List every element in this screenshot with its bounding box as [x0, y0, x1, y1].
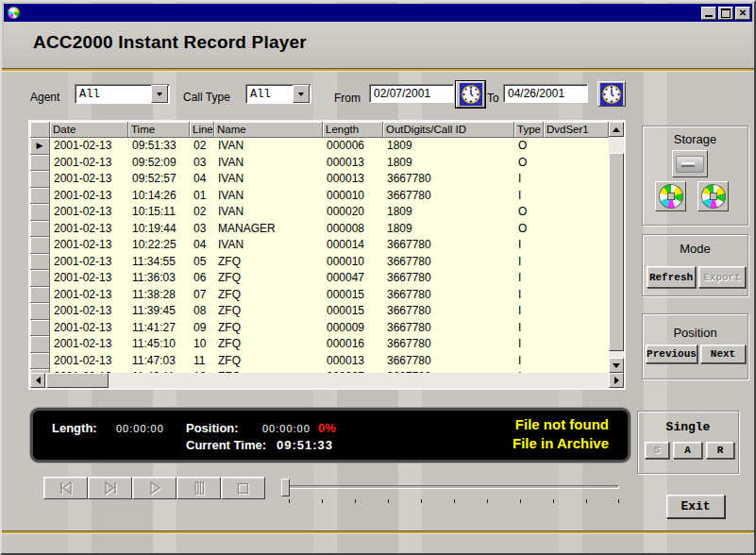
table-cell[interactable]: ZFQ — [214, 270, 323, 287]
maximize-button[interactable] — [718, 7, 733, 20]
row-selector-cell[interactable] — [30, 237, 50, 254]
cd-archive-button-1[interactable] — [655, 181, 686, 211]
table-cell[interactable]: 3667780 — [383, 320, 514, 337]
chevron-down-icon[interactable] — [151, 85, 168, 103]
table-cell[interactable]: 2001-02-13 — [50, 303, 128, 320]
table-cell[interactable]: O — [514, 155, 544, 172]
column-header-date[interactable]: Date — [50, 122, 128, 138]
column-header-type[interactable]: Type — [514, 122, 544, 138]
vertical-scrollbar[interactable] — [609, 122, 624, 373]
table-cell[interactable]: 3667780 — [383, 353, 514, 370]
row-selector-cell[interactable] — [30, 155, 50, 172]
table-cell[interactable]: 09:52:57 — [128, 171, 190, 188]
table-cell[interactable] — [544, 287, 609, 304]
table-cell[interactable]: 2001-02-13 — [50, 155, 128, 172]
close-button[interactable]: ✕ — [735, 7, 750, 20]
table-cell[interactable]: 000014 — [323, 237, 383, 254]
chevron-down-icon[interactable] — [293, 85, 310, 103]
table-cell[interactable]: 09:51:33 — [128, 138, 190, 155]
table-cell[interactable]: 2001-02-13 — [50, 221, 128, 238]
table-cell[interactable]: 000013 — [323, 171, 383, 188]
table-cell[interactable]: I — [514, 353, 544, 370]
table-cell[interactable]: O — [514, 138, 544, 155]
column-header-length[interactable]: Length — [323, 122, 383, 138]
table-cell[interactable]: 11 — [190, 353, 214, 370]
table-cell[interactable]: 07 — [190, 287, 214, 304]
table-cell[interactable]: 11:36:03 — [128, 270, 190, 287]
column-header-time[interactable]: Time — [128, 122, 190, 138]
table-cell[interactable]: 3667780 — [383, 336, 514, 353]
table-row[interactable]: 2001-02-1311:47:0311ZFQ0000133667780I — [30, 353, 609, 370]
table-cell[interactable]: 11:47:03 — [128, 353, 190, 370]
row-selector-cell[interactable] — [30, 254, 50, 271]
table-cell[interactable] — [544, 204, 609, 221]
scroll-right-button[interactable] — [609, 373, 624, 388]
call-type-select[interactable]: All — [245, 84, 311, 104]
table-cell[interactable]: O — [514, 221, 544, 238]
refresh-button[interactable]: Refresh — [647, 266, 696, 288]
table-cell[interactable]: 02 — [190, 204, 214, 221]
table-cell[interactable]: 08 — [190, 303, 214, 320]
minimize-button[interactable] — [701, 7, 716, 20]
table-cell[interactable]: I — [514, 188, 544, 205]
table-cell[interactable]: 2001-02-13 — [50, 171, 128, 188]
table-cell[interactable]: 06 — [190, 270, 214, 287]
cd-archive-button-2[interactable] — [697, 181, 729, 211]
table-cell[interactable]: I — [514, 237, 544, 254]
table-row[interactable]: 2001-02-1311:34:5505ZFQ0000103667780I — [30, 254, 609, 271]
table-cell[interactable]: ZFQ — [214, 287, 323, 304]
table-cell[interactable]: 000015 — [323, 303, 383, 320]
table-cell[interactable]: 09:52:09 — [128, 155, 190, 172]
table-cell[interactable]: ZFQ — [214, 336, 323, 353]
row-selector-cell[interactable] — [30, 188, 50, 205]
scroll-left-button[interactable] — [30, 373, 45, 388]
table-cell[interactable]: I — [514, 303, 544, 320]
table-cell[interactable]: 000047 — [323, 270, 383, 287]
from-date-input[interactable] — [369, 84, 454, 103]
row-selector-cell[interactable] — [30, 204, 50, 221]
table-cell[interactable]: 2001-02-13 — [50, 353, 128, 370]
table-cell[interactable]: 000016 — [323, 336, 383, 353]
table-cell[interactable] — [544, 237, 609, 254]
table-cell[interactable] — [544, 138, 609, 155]
titlebar[interactable]: ✕ — [4, 4, 752, 22]
table-cell[interactable]: 11:45:10 — [128, 336, 190, 353]
table-row[interactable]: 2001-02-1309:52:5704IVAN0000133667780I — [30, 171, 609, 188]
previous-button[interactable]: Previous — [646, 345, 697, 363]
table-cell[interactable]: 000013 — [323, 353, 383, 370]
table-row[interactable]: 2001-02-1310:19:4403MANAGER0000081809O — [30, 221, 609, 238]
column-header-dvdser1[interactable]: DvdSer1 — [544, 122, 609, 138]
table-cell[interactable]: 03 — [190, 221, 214, 238]
table-row[interactable]: 2001-02-1311:36:0306ZFQ0000473667780I — [30, 270, 609, 287]
table-cell[interactable]: 000006 — [323, 138, 383, 155]
single-a-button[interactable]: A — [673, 442, 702, 459]
table-cell[interactable]: ZFQ — [214, 254, 323, 271]
column-header-line[interactable]: Line — [190, 122, 214, 138]
table-cell[interactable] — [544, 254, 609, 271]
table-cell[interactable]: 10:14:26 — [128, 188, 190, 205]
table-cell[interactable]: O — [514, 204, 544, 221]
table-cell[interactable]: I — [514, 287, 544, 304]
table-cell[interactable]: MANAGER — [214, 221, 323, 238]
row-selector-cell[interactable] — [30, 336, 50, 353]
table-cell[interactable]: 3667780 — [383, 303, 514, 320]
seek-slider[interactable] — [281, 479, 621, 505]
table-cell[interactable]: 000015 — [323, 287, 383, 304]
table-cell[interactable]: 000013 — [323, 155, 383, 172]
table-cell[interactable]: I — [514, 336, 544, 353]
play-button[interactable] — [132, 477, 176, 499]
table-cell[interactable]: IVAN — [214, 237, 323, 254]
table-cell[interactable]: 1809 — [383, 221, 514, 238]
skip-to-end-button[interactable] — [88, 477, 132, 499]
export-button[interactable]: Export — [698, 266, 746, 288]
table-cell[interactable]: IVAN — [214, 155, 323, 172]
table-cell[interactable]: 2001-02-13 — [50, 237, 128, 254]
row-selector-cell[interactable] — [30, 320, 50, 337]
horizontal-scrollbar[interactable] — [30, 373, 624, 388]
table-cell[interactable]: 1809 — [383, 204, 514, 221]
table-row[interactable]: 2001-02-1311:38:2807ZFQ0000153667780I — [30, 287, 609, 304]
table-cell[interactable]: 02 — [190, 138, 214, 155]
table-row[interactable]: ▶2001-02-1309:51:3302IVAN0000061809O — [30, 138, 609, 155]
table-cell[interactable]: 000020 — [323, 204, 383, 221]
row-selector-cell[interactable] — [30, 303, 50, 320]
